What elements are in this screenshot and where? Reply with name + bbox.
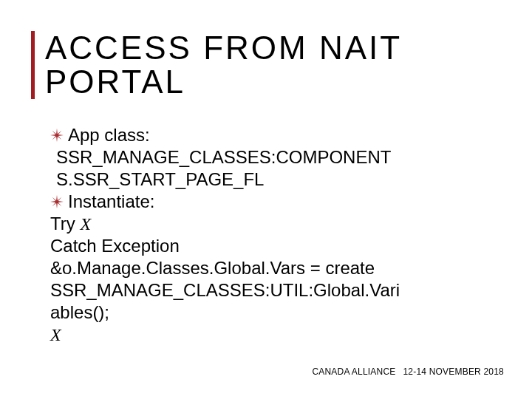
- bullet-continuation: S.SSR_START_PAGE_FL: [56, 168, 486, 191]
- try-prefix: Try: [50, 214, 80, 233]
- code-line: Try X: [50, 213, 486, 235]
- bullet-item: App class:: [50, 124, 486, 146]
- title-accent-bar: [31, 31, 35, 99]
- svg-marker-4: [57, 131, 61, 135]
- burst-icon: [50, 195, 64, 208]
- code-line: Catch Exception: [50, 235, 486, 257]
- svg-marker-6: [52, 135, 57, 140]
- title-line-1: ACCESS FROM NAIT: [45, 31, 402, 65]
- svg-marker-15: [52, 197, 57, 202]
- footer-dates: 12-14 NOVEMBER 2018: [403, 366, 504, 377]
- bullet-item: Instantiate:: [50, 191, 486, 213]
- code-line: &o.Manage.Classes.Global.Vars = create: [50, 257, 486, 279]
- title-block: ACCESS FROM NAIT PORTAL: [31, 31, 402, 99]
- code-line: X: [50, 324, 486, 346]
- code-line: SSR_MANAGE_CLASSES:UTIL:Global.Vari: [50, 279, 486, 301]
- svg-marker-5: [57, 135, 61, 140]
- slide-title: ACCESS FROM NAIT PORTAL: [45, 31, 402, 99]
- footer-org: CANADA ALLIANCE: [312, 366, 395, 377]
- slide: ACCESS FROM NAIT PORTAL App class: SSR_M…: [0, 0, 532, 399]
- slide-body: App class: SSR_MANAGE_CLASSES:COMPONENT …: [50, 124, 486, 346]
- italic-x: X: [80, 214, 91, 233]
- svg-marker-7: [52, 131, 57, 135]
- code-line: ables();: [50, 301, 486, 324]
- svg-marker-13: [57, 202, 61, 206]
- bullet-label: App class:: [68, 124, 150, 146]
- svg-marker-12: [57, 197, 61, 202]
- bullet-label: Instantiate:: [68, 191, 154, 213]
- italic-x: X: [50, 325, 61, 344]
- title-line-2: PORTAL: [45, 65, 402, 99]
- burst-icon: [50, 129, 64, 142]
- svg-marker-14: [52, 202, 57, 206]
- bullet-continuation: SSR_MANAGE_CLASSES:COMPONENT: [56, 146, 486, 168]
- slide-footer: CANADA ALLIANCE12-14 NOVEMBER 2018: [312, 366, 504, 377]
